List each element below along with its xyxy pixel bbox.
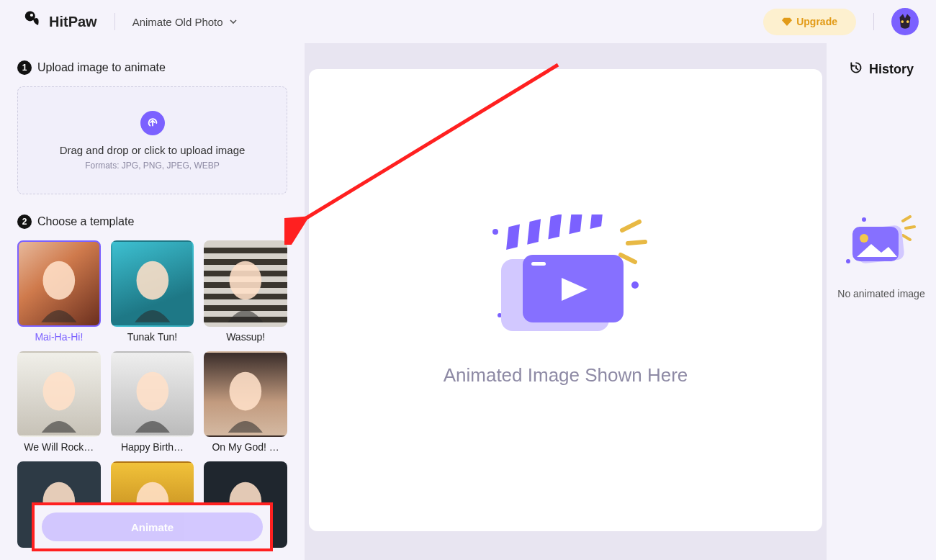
svg-line-16 <box>621 255 635 262</box>
step-2-title: Choose a template <box>37 215 134 228</box>
clapperboard-play-icon <box>472 214 660 347</box>
template-thumbnail <box>204 240 287 327</box>
template-card[interactable]: Happy Birth… <box>111 351 194 453</box>
step-1-heading: 1 Upload image to animate <box>17 60 287 75</box>
upload-formats-text: Formats: JPG, PNG, JPEG, WEBP <box>85 161 220 171</box>
annotation-red-box: Animate <box>32 502 273 551</box>
step-number-1: 1 <box>17 60 32 75</box>
preview-stage: Animated Image Shown Here <box>309 69 822 531</box>
history-empty-state: No animated image <box>837 215 924 302</box>
empty-photo-icon <box>845 215 917 276</box>
svg-point-7 <box>230 261 262 300</box>
template-thumbnail <box>111 351 194 438</box>
upload-cta-text: Drag and drop or click to upload image <box>60 144 246 156</box>
step-1-title: Upload image to animate <box>37 61 166 74</box>
divider <box>114 13 115 30</box>
template-label: We Will Rock… <box>17 441 101 453</box>
upload-cloud-icon <box>140 111 165 135</box>
svg-point-18 <box>631 281 639 289</box>
template-thumbnail <box>17 351 101 438</box>
template-label: Wassup! <box>204 331 287 343</box>
history-empty-text: No animated image <box>837 287 924 302</box>
brand-logo-icon <box>23 10 43 33</box>
template-label: Tunak Tun! <box>111 331 194 343</box>
svg-line-31 <box>906 227 914 228</box>
svg-line-14 <box>622 222 639 230</box>
step-2-heading: 2 Choose a template <box>17 214 287 229</box>
template-card[interactable]: We Will Rock… <box>17 351 101 453</box>
svg-line-15 <box>628 242 645 243</box>
template-thumbnail <box>204 351 287 438</box>
template-label: On My God! … <box>204 441 287 453</box>
svg-line-30 <box>903 217 910 221</box>
history-heading-label: History <box>869 62 914 77</box>
svg-point-6 <box>136 261 168 300</box>
svg-point-17 <box>492 229 498 235</box>
template-card[interactable]: Wassup! <box>204 240 287 343</box>
svg-point-29 <box>862 217 866 222</box>
svg-point-5 <box>42 261 75 300</box>
upload-zone[interactable]: Drag and drop or click to upload image F… <box>17 86 287 194</box>
step-number-2: 2 <box>17 214 32 229</box>
svg-point-9 <box>136 371 168 410</box>
template-card[interactable]: On My God! … <box>204 351 287 453</box>
history-panel: History No animated image <box>827 43 936 560</box>
center-panel: Animated Image Shown Here <box>305 43 827 560</box>
mode-label: Animate Old Photo <box>132 16 223 28</box>
animate-button[interactable]: Animate <box>42 512 263 541</box>
mode-select[interactable]: Animate Old Photo <box>132 16 238 28</box>
diamond-icon <box>782 16 792 28</box>
svg-rect-26 <box>590 214 603 229</box>
svg-line-32 <box>903 235 910 240</box>
animate-button-label: Animate <box>131 521 174 533</box>
svg-point-4 <box>906 20 909 23</box>
history-heading: History <box>849 60 914 78</box>
svg-point-36 <box>846 259 850 263</box>
divider <box>873 13 874 30</box>
svg-point-3 <box>901 20 904 23</box>
left-panel: 1 Upload image to animate Drag and drop … <box>0 43 305 560</box>
template-card[interactable]: Mai-Ha-Hi! <box>17 240 101 343</box>
svg-point-1 <box>30 14 33 17</box>
stage-placeholder-text: Animated Image Shown Here <box>444 364 688 387</box>
template-thumbnail <box>17 240 101 327</box>
svg-point-35 <box>860 234 868 243</box>
upgrade-label: Upgrade <box>796 16 837 27</box>
avatar[interactable] <box>891 8 919 35</box>
brand-name: HitPaw <box>49 14 97 30</box>
svg-point-10 <box>230 371 262 410</box>
template-thumbnail <box>111 240 194 327</box>
template-label: Mai-Ha-Hi! <box>17 331 101 343</box>
history-clock-icon <box>849 60 863 78</box>
svg-point-8 <box>42 371 75 410</box>
upgrade-button[interactable]: Upgrade <box>763 9 856 35</box>
template-label: Happy Birth… <box>111 441 194 453</box>
brand: HitPaw <box>23 10 97 33</box>
svg-rect-28 <box>531 262 546 266</box>
template-card[interactable]: Tunak Tun! <box>111 240 194 343</box>
chevron-down-icon <box>229 16 238 28</box>
